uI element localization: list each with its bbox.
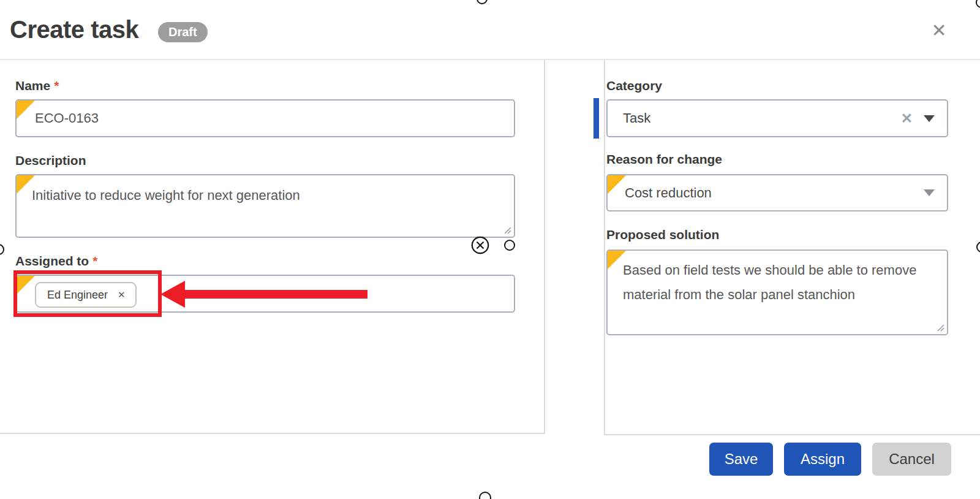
category-value: Task: [623, 110, 901, 126]
annotation-circled-x-icon: [471, 236, 489, 254]
proposed-solution-label: Proposed solution: [606, 227, 719, 242]
annotation-arrow: [184, 290, 368, 299]
status-badge: Draft: [158, 22, 208, 42]
resize-handle-icon[interactable]: [503, 226, 512, 235]
chevron-down-icon[interactable]: [924, 115, 935, 122]
reason-select[interactable]: Cost reduction: [606, 174, 948, 211]
name-label-text: Name: [15, 78, 50, 93]
resize-handle-icon[interactable]: [936, 323, 945, 332]
description-textarea[interactable]: Initiative to reduce weight for next gen…: [15, 174, 515, 238]
assigned-to-label: Assigned to*: [15, 254, 97, 269]
annotation-dot: [504, 240, 515, 251]
active-tab-indicator: [594, 98, 599, 139]
proposed-solution-value: Based on field tests we should be able t…: [623, 258, 936, 307]
create-task-dialog: Create task Draft ✕ Name* ECO-0163 Descr…: [0, 0, 980, 499]
right-form-panel: Category Task ✕ Reason for change Cost r…: [604, 60, 980, 435]
category-label: Category: [606, 78, 662, 93]
reason-label: Reason for change: [606, 152, 722, 167]
annotation-highlight-box: [13, 270, 162, 317]
name-label: Name*: [15, 78, 59, 93]
dialog-header: Create task Draft ✕: [0, 0, 980, 60]
description-label: Description: [15, 153, 86, 168]
name-value: ECO-0163: [35, 101, 99, 136]
name-input[interactable]: ECO-0163: [15, 99, 515, 137]
assigned-to-label-text: Assigned to: [15, 254, 89, 268]
assign-button[interactable]: Assign: [784, 443, 861, 476]
left-form-panel: Name* ECO-0163 Description Initiative to…: [0, 60, 545, 434]
page-title: Create task: [10, 16, 138, 44]
reason-value: Cost reduction: [625, 185, 924, 201]
description-value: Initiative to reduce weight for next gen…: [32, 186, 503, 205]
clear-icon[interactable]: ✕: [901, 110, 913, 127]
category-select[interactable]: Task ✕: [606, 99, 948, 137]
modified-flag-icon: [17, 101, 35, 119]
close-icon[interactable]: ✕: [927, 18, 951, 43]
required-asterisk: *: [54, 78, 59, 93]
annotation-arrow-head: [160, 281, 185, 308]
save-button[interactable]: Save: [709, 443, 773, 476]
proposed-solution-textarea[interactable]: Based on field tests we should be able t…: [606, 250, 948, 335]
chevron-down-icon[interactable]: [924, 189, 935, 196]
required-asterisk: *: [92, 254, 97, 268]
cancel-button[interactable]: Cancel: [872, 443, 951, 476]
annotation-dot: [479, 492, 491, 499]
